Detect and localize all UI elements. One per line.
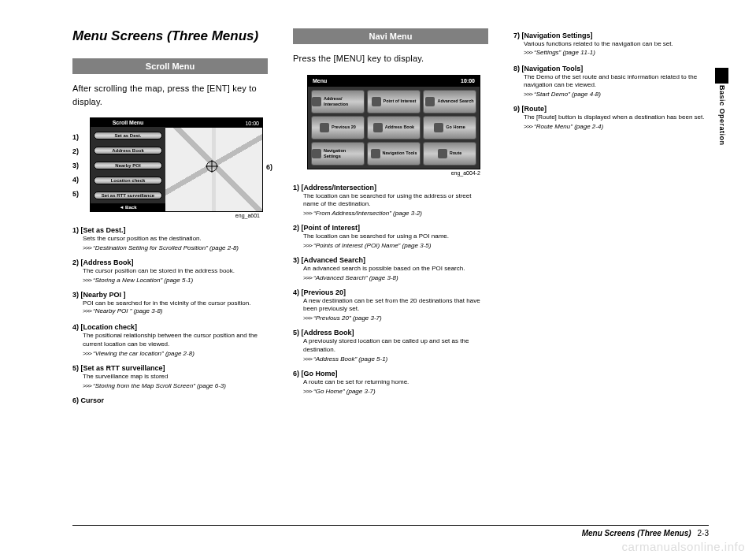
- item-num: 2): [72, 259, 79, 266]
- home-icon: [434, 123, 443, 132]
- list-item: 3) [Nearby POI ] POI can be searched for…: [72, 291, 268, 317]
- item-title: [Location check]: [81, 323, 138, 331]
- previous-icon: [320, 123, 329, 132]
- item-ref: >>>“Nearby POI ” (page 3-8): [83, 307, 163, 314]
- item-num: 4): [72, 323, 79, 331]
- chevron-icon: >>>: [524, 123, 532, 130]
- chevron-icon: >>>: [83, 382, 91, 389]
- nm-cell-advanced: Advanced Search: [423, 90, 476, 113]
- navi-menu-list-cont: 7) [Navigation Settings] Various functio…: [513, 32, 709, 130]
- item-ref: >>>“Storing a New Location” (page 5-1): [83, 277, 268, 284]
- nm-cell-poi: Point of Interest: [367, 90, 421, 113]
- list-item: 4) [Location check] The positional relat…: [72, 323, 268, 357]
- navi-menu-intro: Press the [MENU] key to display.: [293, 52, 488, 65]
- page: Menu Screens (Three Menus) Scroll Menu A…: [0, 0, 756, 558]
- item-body: An advanced search is possible based on …: [303, 265, 488, 273]
- columns: Menu Screens (Three Menus) Scroll Menu A…: [72, 28, 709, 411]
- navi-menu-heading: Navi Menu: [293, 28, 488, 44]
- poi-icon: [372, 97, 381, 106]
- search-icon: [425, 97, 435, 106]
- item-title: Cursor: [81, 396, 105, 404]
- item-body: Sets the cursor position as the destinat…: [83, 235, 268, 244]
- item-body: A new destination can be set from the 20…: [303, 297, 488, 314]
- footer-page-number: 2-3: [698, 529, 709, 538]
- list-item: 4) [Previous 20] A new destination can b…: [293, 288, 488, 322]
- callout-1: 1): [72, 133, 79, 141]
- item-ref: >>>“Points of Interest (POI) Name” (page…: [303, 242, 488, 249]
- item-num: 4): [293, 288, 299, 296]
- item-title: [Navigation Tools]: [522, 65, 584, 73]
- item-title: [Set as Dest.]: [81, 226, 126, 234]
- item-title: [Address Book]: [81, 259, 134, 266]
- scroll-menu-buttons: Set as Dest. Address Book Nearby POI Loc…: [91, 127, 165, 203]
- callout-6: 6): [266, 163, 272, 171]
- nm-cell-previous: Previous 20: [311, 116, 365, 140]
- item-num: 1): [72, 226, 79, 234]
- item-ref: >>>“From Address/Intersection” (page 3-2…: [303, 210, 488, 217]
- item-num: 7): [513, 32, 520, 39]
- navi-menu-grid: Address/ Intersection Point of Interest …: [308, 87, 480, 169]
- list-item: 5) [Set as RTT surveillance] The surveil…: [72, 364, 268, 389]
- callout-2: 2): [72, 147, 79, 155]
- item-title: [Nearby POI ]: [81, 291, 126, 299]
- scroll-menu-list: 1) [Set as Dest.] Sets the cursor positi…: [72, 226, 268, 404]
- item-body: The cursor position can be stored in the…: [83, 267, 268, 276]
- item-body: The Demo of the set route and basic info…: [524, 73, 709, 91]
- cursor-icon: [206, 161, 217, 172]
- navi-menu-screenshot: Menu 10:00 Address/ Intersection Point o…: [307, 75, 480, 169]
- item-ref: >>>“Advanced Search” (page 3-8): [303, 274, 488, 281]
- list-item: 5) [Address Book] A previously stored lo…: [293, 329, 488, 363]
- list-item: 9) [Route] The [Route] button is display…: [513, 105, 709, 130]
- map-clock: 10:00: [165, 118, 262, 128]
- list-item: 6) [Go Home] A route can be set for retu…: [293, 370, 488, 395]
- column-2: Navi Menu Press the [MENU] key to displa…: [293, 28, 488, 411]
- list-item: 7) [Navigation Settings] Various functio…: [513, 32, 709, 58]
- item-title: [Navigation Settings]: [522, 32, 593, 39]
- item-ref: >>>“Previous 20” (page 3-7): [303, 314, 488, 322]
- route-icon: [438, 149, 447, 158]
- item-num: 2): [293, 224, 299, 232]
- list-item: 3) [Advanced Search] An advanced search …: [293, 256, 488, 281]
- column-1: Menu Screens (Three Menus) Scroll Menu A…: [72, 28, 268, 411]
- navi-menu-list: 1) [Address/Intersection] The location c…: [293, 184, 488, 395]
- chevron-icon: >>>: [83, 277, 91, 284]
- fig-caption-1: eng_a601: [72, 213, 260, 218]
- item-body: A route can be set for returning home.: [303, 378, 488, 387]
- side-tab: Basic Operation: [718, 85, 726, 146]
- list-item: 2) [Point of Interest] The location can …: [293, 224, 488, 249]
- chevron-icon: >>>: [524, 91, 532, 98]
- chevron-icon: >>>: [303, 274, 312, 281]
- nm-cell-gohome: Go Home: [423, 116, 476, 140]
- chevron-icon: >>>: [303, 210, 312, 217]
- nm-cell-navsettings: Navigation Settings: [311, 142, 365, 166]
- tools-icon: [371, 149, 380, 158]
- scroll-menu-panel: Scroll Menu Set as Dest. Address Book Ne…: [91, 118, 165, 211]
- chevron-icon: >>>: [303, 314, 312, 322]
- chevron-icon: >>>: [303, 242, 312, 249]
- item-ref: >>>“Start Demo” (page 4-8): [524, 91, 709, 98]
- item-ref: >>>“Storing from the Map Scroll Screen” …: [83, 382, 268, 389]
- callout-5: 5): [72, 190, 79, 198]
- nm-cell-address: Address/ Intersection: [311, 90, 365, 113]
- chevron-icon: >>>: [524, 49, 532, 56]
- item-title: [Point of Interest]: [302, 224, 361, 232]
- list-item: 1) [Set as Dest.] Sets the cursor positi…: [72, 226, 268, 251]
- scroll-menu-title: Scroll Menu: [91, 118, 165, 127]
- item-num: 5): [72, 364, 79, 372]
- navi-menu-top: Menu 10:00: [308, 76, 480, 87]
- footer: Menu Screens (Three Menus) 2-3: [72, 525, 709, 538]
- item-body: A previously stored location can be call…: [303, 337, 488, 355]
- scroll-menu-intro: After scrolling the map, press the [ENT]…: [72, 82, 268, 108]
- chevron-icon: >>>: [83, 244, 91, 251]
- navi-menu-figure: Menu 10:00 Address/ Intersection Point o…: [293, 75, 488, 176]
- list-item: 8) [Navigation Tools] The Demo of the se…: [513, 65, 709, 99]
- address-icon: [312, 97, 321, 106]
- scroll-menu-figure: Scroll Menu Set as Dest. Address Book Ne…: [72, 117, 268, 218]
- sm-btn-set-dest: Set as Dest.: [94, 132, 162, 140]
- item-num: 3): [72, 291, 79, 299]
- callout-3: 3): [72, 162, 79, 169]
- item-num: 5): [293, 329, 299, 337]
- item-ref: >>>“Viewing the car location” (page 2-8): [83, 350, 268, 357]
- item-body: The surveillance map is stored: [83, 373, 268, 381]
- sm-btn-location-check: Location check: [94, 177, 162, 184]
